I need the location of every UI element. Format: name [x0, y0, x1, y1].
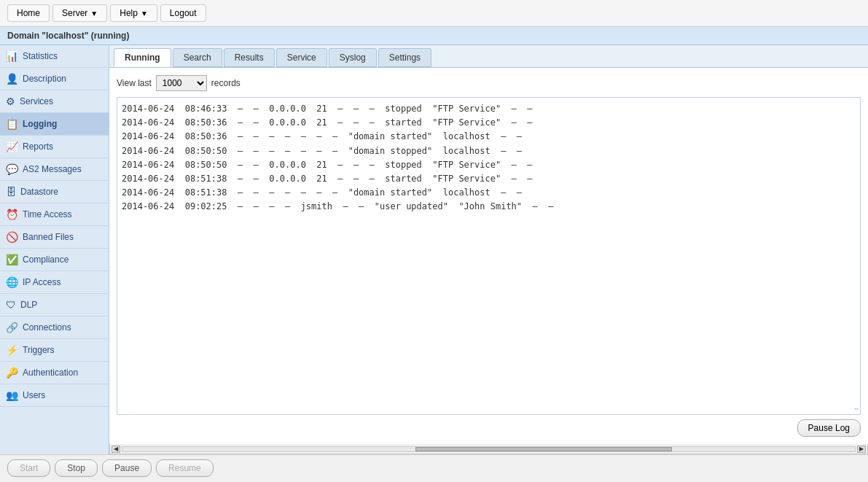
log-line: 2014-06-24 08:51:38 – – 0.0.0.0 21 – – –… [122, 172, 856, 186]
sidebar-item-reports[interactable]: 📈Reports [0, 136, 109, 158]
server-arrow-icon: ▼ [90, 9, 98, 18]
scroll-track[interactable] [122, 446, 856, 452]
authentication-icon: 🔑 [6, 367, 18, 378]
services-icon: ⚙ [6, 96, 15, 107]
tab-service[interactable]: Service [276, 48, 327, 67]
sidebar-item-label-as2messages: AS2 Messages [23, 164, 82, 174]
tab-search[interactable]: Search [173, 48, 222, 67]
horizontal-scrollbar[interactable]: ◀ ▶ [109, 444, 868, 454]
tab-running[interactable]: Running [114, 48, 171, 67]
sidebar-item-label-ipaccess: IP Access [23, 277, 60, 287]
dlp-icon: 🛡 [6, 299, 16, 311]
records-label: records [211, 78, 241, 88]
triggers-icon: ⚡ [6, 344, 18, 356]
help-arrow-icon: ▼ [141, 9, 148, 18]
help-label: Help [120, 8, 138, 18]
server-button[interactable]: Server ▼ [52, 4, 107, 22]
statistics-icon: 📊 [6, 50, 18, 62]
sidebar-item-label-description: Description [23, 74, 66, 84]
help-button[interactable]: Help ▼ [110, 4, 157, 22]
pause-log-row: Pause Log [117, 415, 861, 437]
sidebar-item-label-authentication: Authentication [23, 368, 78, 378]
log-line: 2014-06-24 08:50:50 – – 0.0.0.0 21 – – –… [122, 158, 856, 172]
sidebar-item-label-triggers: Triggers [23, 345, 55, 355]
reports-icon: 📈 [6, 141, 18, 152]
tab-content: View last 1000 500 250 100 records 2014-… [109, 68, 868, 444]
sidebar-item-label-timeaccess: Time Access [23, 209, 72, 219]
stop-button[interactable]: Stop [55, 459, 98, 477]
sidebar-item-label-bannedfiles: Banned Files [23, 232, 74, 242]
sidebar-item-label-services: Services [20, 96, 53, 106]
sidebar-item-authentication[interactable]: 🔑Authentication [0, 362, 109, 384]
log-line: 2014-06-24 08:50:36 – – – – – – – "domai… [122, 130, 856, 144]
domain-title: Domain "localhost" (running) [7, 31, 129, 41]
logout-button[interactable]: Logout [160, 4, 206, 22]
as2messages-icon: 💬 [6, 163, 18, 175]
sidebar-item-label-logging: Logging [23, 119, 57, 129]
pause-button[interactable]: Pause [102, 459, 152, 477]
sidebar-item-statistics[interactable]: 📊Statistics [0, 45, 109, 68]
sidebar-item-datastore[interactable]: 🗄Datastore [0, 181, 109, 203]
resize-handle-icon[interactable]: ⋯ [854, 405, 859, 413]
sidebar-item-label-connections: Connections [23, 322, 71, 333]
description-icon: 👤 [6, 73, 18, 85]
view-last-row: View last 1000 500 250 100 records [117, 75, 861, 91]
log-container[interactable]: 2014-06-24 08:46:33 – – 0.0.0.0 21 – – –… [117, 97, 861, 415]
sidebar-item-dlp[interactable]: 🛡DLP [0, 294, 109, 316]
view-last-select[interactable]: 1000 500 250 100 [156, 75, 207, 91]
sidebar-item-label-datastore: Datastore [20, 187, 58, 197]
bannedfiles-icon: 🚫 [6, 231, 18, 243]
main-layout: 📊Statistics👤Description⚙Services📋Logging… [0, 45, 868, 454]
scroll-left-icon[interactable]: ◀ [112, 446, 120, 453]
sidebar-item-connections[interactable]: 🔗Connections [0, 316, 109, 339]
content-area: RunningSearchResultsServiceSyslogSetting… [109, 45, 868, 454]
connections-icon: 🔗 [6, 322, 18, 333]
domain-header: Domain "localhost" (running) [0, 27, 868, 45]
tabs-bar: RunningSearchResultsServiceSyslogSetting… [109, 45, 868, 68]
pause-log-button[interactable]: Pause Log [797, 419, 861, 437]
sidebar-item-description[interactable]: 👤Description [0, 68, 109, 90]
sidebar-item-users[interactable]: 👥Users [0, 384, 109, 407]
ipaccess-icon: 🌐 [6, 276, 18, 288]
tab-syslog[interactable]: Syslog [329, 48, 377, 67]
logging-icon: 📋 [6, 118, 18, 130]
sidebar-item-label-users: Users [23, 390, 45, 400]
start-button[interactable]: Start [7, 459, 50, 477]
compliance-icon: ✅ [6, 254, 18, 265]
sidebar-item-timeaccess[interactable]: ⏰Time Access [0, 203, 109, 226]
server-label: Server [62, 8, 87, 18]
top-nav: Home Server ▼ Help ▼ Logout [0, 0, 868, 27]
home-button[interactable]: Home [7, 4, 50, 22]
log-line: 2014-06-24 08:50:36 – – 0.0.0.0 21 – – –… [122, 116, 856, 130]
sidebar-item-ipaccess[interactable]: 🌐IP Access [0, 271, 109, 294]
sidebar-item-as2messages[interactable]: 💬AS2 Messages [0, 158, 109, 181]
tab-results[interactable]: Results [224, 48, 275, 67]
sidebar-item-label-reports: Reports [23, 141, 53, 152]
scroll-thumb[interactable] [415, 447, 672, 451]
log-line: 2014-06-24 09:02:25 – – – – jsmith – – "… [122, 200, 856, 214]
sidebar-item-label-compliance: Compliance [23, 254, 69, 265]
timeaccess-icon: ⏰ [6, 209, 18, 220]
view-last-label: View last [117, 78, 152, 88]
sidebar-item-label-dlp: DLP [20, 300, 37, 310]
bottom-toolbar: Start Stop Pause Resume [0, 454, 868, 481]
sidebar-item-bannedfiles[interactable]: 🚫Banned Files [0, 226, 109, 249]
tab-settings[interactable]: Settings [378, 48, 431, 67]
sidebar-item-services[interactable]: ⚙Services [0, 90, 109, 113]
log-line: 2014-06-24 08:46:33 – – 0.0.0.0 21 – – –… [122, 102, 856, 116]
sidebar-item-logging[interactable]: 📋Logging [0, 113, 109, 136]
sidebar-item-compliance[interactable]: ✅Compliance [0, 249, 109, 271]
log-line: 2014-06-24 08:50:50 – – – – – – – "domai… [122, 144, 856, 158]
scroll-right-icon[interactable]: ▶ [857, 446, 866, 453]
resume-button[interactable]: Resume [156, 459, 214, 477]
sidebar-item-triggers[interactable]: ⚡Triggers [0, 339, 109, 362]
users-icon: 👥 [6, 389, 18, 401]
log-line: 2014-06-24 08:51:38 – – – – – – – "domai… [122, 186, 856, 200]
datastore-icon: 🗄 [6, 186, 16, 198]
sidebar: 📊Statistics👤Description⚙Services📋Logging… [0, 45, 109, 454]
sidebar-item-label-statistics: Statistics [23, 51, 58, 61]
